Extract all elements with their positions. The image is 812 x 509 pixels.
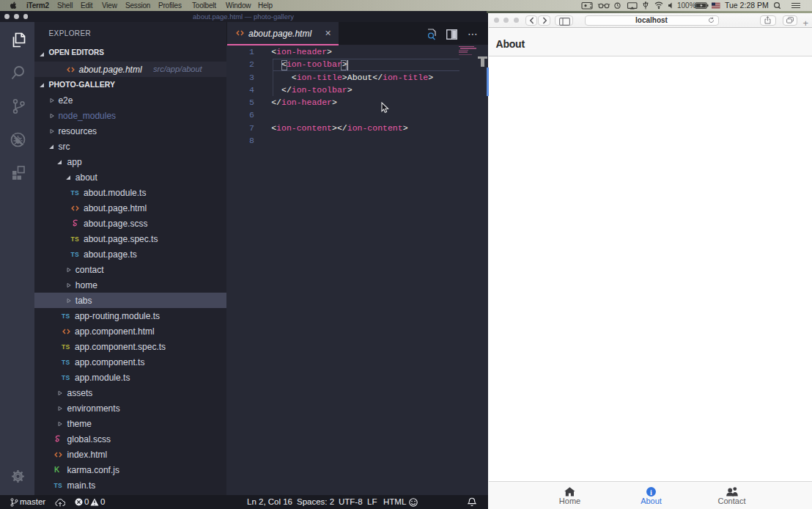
svg-text:100%: 100% [677, 1, 696, 10]
svg-text:Tue 2:28 PM: Tue 2:28 PM [725, 1, 769, 10]
